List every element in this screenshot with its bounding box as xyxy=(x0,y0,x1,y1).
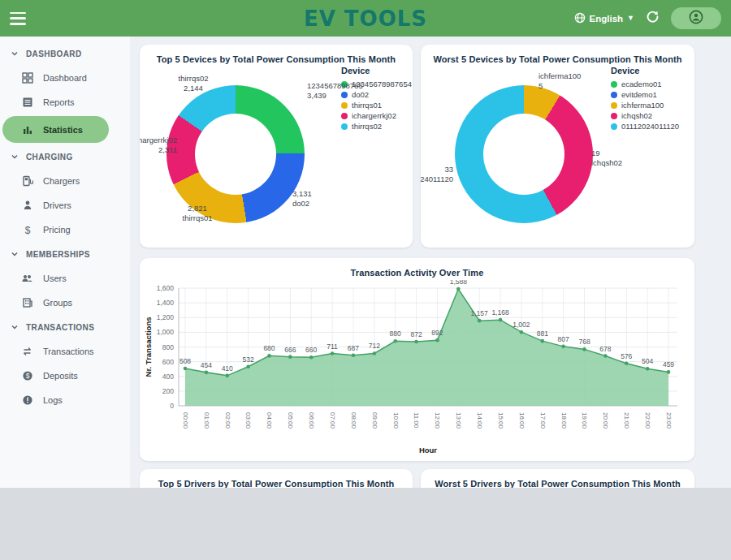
svg-text:12:00: 12:00 xyxy=(434,412,441,429)
svg-text:660: 660 xyxy=(305,346,317,354)
card-top-drivers: Top 5 Drivers by Total Power Consumption… xyxy=(140,469,413,488)
card-top-devices: Top 5 Devices by Total Power Consumption… xyxy=(140,45,413,248)
sidebar-item-transactions[interactable]: Transactions xyxy=(0,339,130,364)
svg-text:Nr. Transactions: Nr. Transactions xyxy=(144,317,153,377)
sidebar-section-memberships[interactable]: MEMBERSHIPS xyxy=(0,242,130,266)
hamburger-menu-icon[interactable] xyxy=(10,12,26,25)
svg-text:600: 600 xyxy=(162,358,174,366)
globe-icon xyxy=(574,12,586,25)
slice-label: 3,131do02 xyxy=(292,189,312,209)
slice-label: ichferma1005 xyxy=(539,71,581,91)
driver-icon xyxy=(21,200,33,211)
grid-icon xyxy=(21,72,33,84)
svg-text:20:00: 20:00 xyxy=(602,412,609,429)
sidebar: DASHBOARD Dashboard Reports Statistics C… xyxy=(0,37,130,488)
caret-down-icon: ▼ xyxy=(627,15,634,22)
svg-text:18:00: 18:00 xyxy=(560,412,568,429)
chevron-down-icon xyxy=(11,250,19,258)
chart-legend: Device ecademo01 evitdemo1 ichferma100 i… xyxy=(611,66,679,131)
charger-icon xyxy=(21,175,33,187)
svg-text:07:00: 07:00 xyxy=(329,412,336,429)
svg-text:712: 712 xyxy=(369,342,380,350)
svg-text:576: 576 xyxy=(621,352,632,360)
sidebar-item-drivers[interactable]: Drivers xyxy=(0,193,130,218)
svg-text:02:00: 02:00 xyxy=(224,412,231,429)
svg-text:666: 666 xyxy=(284,346,296,354)
sidebar-item-groups[interactable]: Groups xyxy=(0,291,130,315)
svg-text:$: $ xyxy=(25,372,29,380)
svg-text:1,168: 1,168 xyxy=(491,308,509,317)
app-window: EV TOOLS English ▼ xyxy=(0,0,731,488)
language-selector[interactable]: English ▼ xyxy=(574,12,634,25)
slice-label: 12345678987653,439 xyxy=(307,81,363,101)
svg-text:711: 711 xyxy=(327,342,338,351)
svg-text:23:00: 23:00 xyxy=(665,412,673,429)
svg-text:768: 768 xyxy=(578,338,590,346)
svg-text:532: 532 xyxy=(243,355,254,364)
svg-text:10:00: 10:00 xyxy=(392,412,400,429)
svg-text:22:00: 22:00 xyxy=(644,412,651,429)
chevron-down-icon xyxy=(11,323,19,331)
sidebar-item-reports[interactable]: Reports xyxy=(0,90,130,114)
language-label: English xyxy=(590,14,624,24)
area-chart[interactable]: 02004006008001,0001,2001,4001,6005084544… xyxy=(140,280,694,461)
svg-text:881: 881 xyxy=(537,330,548,338)
svg-text:1,588: 1,588 xyxy=(450,280,468,286)
svg-text:1,157: 1,157 xyxy=(471,309,489,317)
legend-item[interactable]: ichferma100 xyxy=(611,100,679,110)
svg-text:14:00: 14:00 xyxy=(476,412,483,429)
refresh-button[interactable] xyxy=(646,10,660,27)
user-avatar-button[interactable] xyxy=(671,7,721,29)
legend-item[interactable]: ecademo01 xyxy=(611,79,679,89)
deposit-dollar-icon: $ xyxy=(21,370,33,381)
sidebar-item-dashboard[interactable]: Dashboard xyxy=(0,66,130,90)
sidebar-item-deposits[interactable]: $ Deposits xyxy=(0,364,130,388)
svg-text:15:00: 15:00 xyxy=(497,412,504,429)
sidebar-section-transactions[interactable]: TRANSACTIONS xyxy=(0,315,130,339)
svg-text:01:00: 01:00 xyxy=(203,412,210,429)
svg-text:200: 200 xyxy=(162,387,174,395)
sidebar-section-dashboard[interactable]: DASHBOARD xyxy=(0,41,130,66)
slice-label: thirrqs022,144 xyxy=(169,74,218,93)
svg-text:400: 400 xyxy=(162,373,174,381)
card-worst-drivers: Worst 5 Drivers by Total Power Consumpti… xyxy=(421,469,694,488)
header-actions: English ▼ xyxy=(574,7,721,29)
svg-text:807: 807 xyxy=(558,335,569,343)
sidebar-item-statistics[interactable]: Statistics xyxy=(2,116,109,143)
svg-text:11:00: 11:00 xyxy=(413,412,420,429)
donut-chart-worst-devices[interactable] xyxy=(455,85,593,223)
svg-text:08:00: 08:00 xyxy=(350,412,357,429)
card-transaction-activity: Transaction Activity Over Time 020040060… xyxy=(140,258,694,461)
svg-text:680: 680 xyxy=(263,344,275,352)
card-worst-devices: Worst 5 Devices by Total Power Consumpti… xyxy=(421,45,694,248)
svg-text:1,000: 1,000 xyxy=(157,328,175,336)
legend-item[interactable]: ichargerrkj02 xyxy=(341,110,412,121)
svg-text:892: 892 xyxy=(431,329,443,337)
log-alert-icon xyxy=(21,394,33,406)
legend-item[interactable]: ichqsh02 xyxy=(611,110,679,121)
dollar-icon: $ xyxy=(21,224,33,235)
sidebar-item-logs[interactable]: Logs xyxy=(0,388,130,412)
svg-text:1,200: 1,200 xyxy=(157,313,175,321)
legend-item[interactable]: evitdemo1 xyxy=(611,89,679,100)
legend-item[interactable]: thirrqs01 xyxy=(341,100,412,110)
sidebar-item-pricing[interactable]: $ Pricing xyxy=(0,218,130,242)
svg-text:06:00: 06:00 xyxy=(308,412,315,429)
svg-text:459: 459 xyxy=(663,360,674,368)
svg-text:504: 504 xyxy=(642,357,653,365)
svg-text:678: 678 xyxy=(599,345,611,353)
sidebar-item-chargers[interactable]: Chargers xyxy=(0,169,130,193)
slice-label: ichargerrkj022,311 xyxy=(140,136,177,155)
users-icon xyxy=(21,273,33,284)
donut-chart-top-devices[interactable] xyxy=(167,85,305,223)
transfer-arrows-icon xyxy=(21,346,33,357)
legend-item[interactable]: thirrqs02 xyxy=(341,121,412,131)
sidebar-section-charging[interactable]: CHARGING xyxy=(0,144,130,169)
svg-text:1,002: 1,002 xyxy=(513,321,530,329)
svg-text:21:00: 21:00 xyxy=(623,412,630,429)
legend-item[interactable]: 01112024011120 xyxy=(611,121,679,131)
sidebar-item-users[interactable]: Users xyxy=(0,266,130,291)
main-content: Top 5 Devices by Total Power Consumption… xyxy=(130,37,731,488)
svg-text:454: 454 xyxy=(201,361,212,369)
groups-icon xyxy=(21,297,33,308)
